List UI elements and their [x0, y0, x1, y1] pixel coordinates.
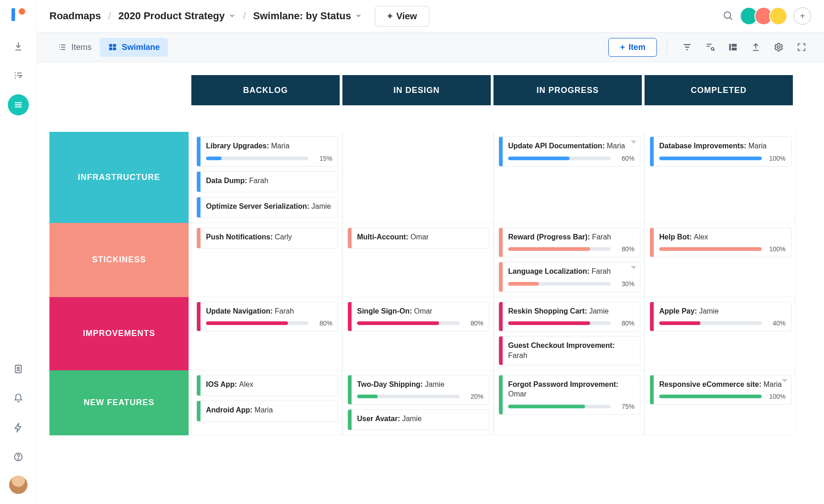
card[interactable]: Language Localization: Farah30%: [499, 262, 640, 292]
card[interactable]: IOS App: Alex: [196, 375, 338, 396]
tab-swimlane[interactable]: Swimlane: [100, 38, 168, 57]
lane-header[interactable]: Stickiness: [49, 223, 189, 297]
plus-icon: +: [620, 43, 625, 52]
bolt-icon[interactable]: [8, 417, 29, 438]
progress-value: 100%: [766, 245, 786, 253]
card[interactable]: Forgot Password Improvement: Omar75%: [499, 375, 640, 415]
fullscreen-icon[interactable]: [792, 38, 811, 57]
card-stripe: [499, 302, 503, 331]
progress-value: 80%: [464, 320, 483, 327]
collaborator-avatars[interactable]: [740, 7, 787, 25]
add-view-button[interactable]: + View: [375, 6, 429, 27]
layout-icon[interactable]: [723, 38, 743, 57]
avatar[interactable]: [769, 7, 787, 25]
card-stripe: [650, 228, 654, 257]
card[interactable]: Guest Checkout Improvement: Farah: [499, 336, 640, 365]
column-header: In Design: [342, 75, 491, 105]
lane-cell[interactable]: Reskin Shopping Cart: Jamie80%Guest Chec…: [493, 297, 645, 370]
download-icon[interactable]: [8, 36, 29, 57]
card-title: Database Improvements: Maria: [659, 141, 786, 151]
lane-cell[interactable]: Library Upgrades: Maria15%Data Dump: Far…: [191, 132, 342, 223]
lane-cell[interactable]: [342, 132, 493, 223]
invite-button[interactable]: +: [794, 7, 811, 25]
bell-icon[interactable]: [8, 388, 29, 409]
card[interactable]: Library Upgrades: Maria15%: [196, 136, 338, 167]
lane-cell[interactable]: Reward (Progress Bar): Farah80%Language …: [493, 223, 645, 297]
lane-cell[interactable]: Update Navigation: Farah80%: [191, 297, 342, 370]
breadcrumb-root[interactable]: Roadmaps: [49, 10, 101, 22]
card[interactable]: Help Bot: Alex100%: [650, 228, 791, 258]
lane-cell[interactable]: Database Improvements: Maria100%: [645, 132, 796, 223]
card[interactable]: Multi-Account: Omar: [347, 228, 489, 249]
breadcrumb-view[interactable]: Swimlane: by Status: [236, 10, 362, 22]
tab-items[interactable]: Items: [49, 38, 100, 57]
chevron-down-icon[interactable]: [631, 141, 636, 144]
filter-icon[interactable]: [678, 38, 697, 57]
card[interactable]: Responsive eCommerce site: Maria100%: [650, 375, 791, 405]
chevron-down-icon[interactable]: [631, 266, 636, 269]
help-icon[interactable]: [8, 446, 29, 467]
progress-value: 15%: [313, 155, 332, 162]
divider: [667, 40, 667, 54]
swimlane-board: BacklogIn DesignIn ProgressCompletedInfr…: [49, 75, 811, 435]
card-stripe: [197, 137, 201, 166]
contacts-icon[interactable]: [8, 358, 29, 379]
card-stripe: [348, 375, 352, 405]
card[interactable]: Data Dump: Farah: [196, 171, 338, 192]
card-title: Optimize Server Serialization: Jamie: [206, 201, 332, 211]
export-icon[interactable]: [746, 38, 765, 57]
progress-bar: 75%: [508, 403, 634, 410]
card[interactable]: Push Notifications: Carly: [196, 228, 338, 249]
lane-cell[interactable]: Push Notifications: Carly: [191, 223, 342, 297]
app-logo[interactable]: [11, 8, 25, 22]
lane-cell[interactable]: Apple Pay: Jamie40%: [645, 297, 796, 370]
card-title: Language Localization: Farah: [508, 266, 634, 276]
lane-cell[interactable]: Two-Day Shipping: Jamie20%User Avatar: J…: [342, 370, 493, 436]
progress-bar: 80%: [357, 320, 483, 327]
swimlane-view-icon[interactable]: [8, 94, 29, 115]
search-icon[interactable]: [722, 10, 733, 22]
card[interactable]: Two-Day Shipping: Jamie20%: [347, 375, 489, 405]
lane-cell[interactable]: Update API Documentation: Maria60%: [493, 132, 645, 223]
progress-bar: 80%: [508, 320, 634, 327]
lane-header[interactable]: New Features: [49, 370, 189, 436]
progress-value: 80%: [615, 245, 634, 253]
card-stripe: [197, 197, 201, 217]
current-user-avatar[interactable]: [9, 476, 27, 494]
breadcrumb-project[interactable]: 2020 Product Strategy: [101, 10, 235, 22]
lane-cell[interactable]: Multi-Account: Omar: [342, 223, 493, 297]
progress-value: 100%: [766, 155, 786, 162]
card-stripe: [650, 375, 654, 405]
lane-cell[interactable]: Responsive eCommerce site: Maria100%: [645, 370, 796, 436]
progress-value: 40%: [766, 320, 786, 327]
card[interactable]: Optimize Server Serialization: Jamie: [196, 197, 338, 218]
card[interactable]: Single Sign-On: Omar80%: [347, 302, 489, 332]
progress-bar: 20%: [357, 393, 483, 400]
card[interactable]: Reskin Shopping Cart: Jamie80%: [499, 302, 640, 332]
card[interactable]: Reward (Progress Bar): Farah80%: [499, 228, 640, 258]
lane-header[interactable]: Improvements: [49, 297, 189, 370]
add-item-button[interactable]: + Item: [608, 38, 657, 57]
progress-bar: 100%: [659, 245, 786, 253]
card[interactable]: User Avatar: Jamie: [347, 409, 489, 430]
card[interactable]: Database Improvements: Maria100%: [650, 136, 791, 167]
gear-icon[interactable]: [769, 38, 788, 57]
tab-items-label: Items: [71, 43, 92, 52]
card-stripe: [348, 302, 352, 331]
checklist-icon[interactable]: [8, 65, 29, 86]
progress-bar: 15%: [206, 155, 332, 162]
lane-header[interactable]: Infrastructure: [49, 132, 189, 223]
lane-cell[interactable]: Help Bot: Alex100%: [645, 223, 796, 297]
card[interactable]: Apple Pay: Jamie40%: [650, 302, 791, 332]
card-stripe: [499, 137, 503, 166]
svg-point-13: [777, 46, 780, 49]
link-filter-icon[interactable]: [700, 38, 720, 57]
card[interactable]: Android App: Maria: [196, 401, 338, 422]
card[interactable]: Update Navigation: Farah80%: [196, 302, 338, 332]
lane-cell[interactable]: Forgot Password Improvement: Omar75%: [493, 370, 645, 436]
chevron-down-icon[interactable]: [782, 379, 787, 382]
card-title: IOS App: Alex: [206, 379, 332, 390]
card[interactable]: Update API Documentation: Maria60%: [499, 136, 640, 167]
lane-cell[interactable]: Single Sign-On: Omar80%: [342, 297, 493, 370]
lane-cell[interactable]: IOS App: AlexAndroid App: Maria: [191, 370, 342, 436]
